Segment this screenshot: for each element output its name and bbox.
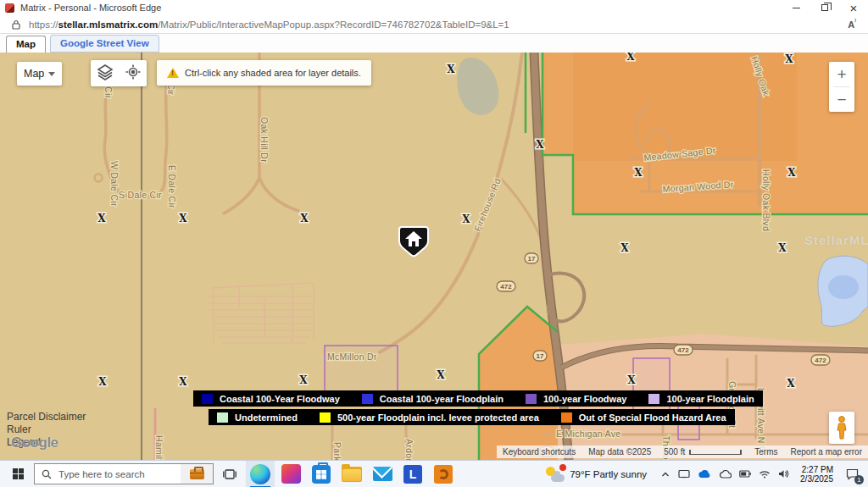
legend-item: Undetermined	[217, 412, 298, 423]
flood-zone-x-marker: X	[179, 213, 187, 224]
search-placeholder: Type here to search	[58, 469, 181, 479]
taskbar-l-app-button[interactable]: L	[398, 461, 427, 487]
flood-map: CirCirW Dale CirE Dale CirS Dale CirOak …	[0, 53, 868, 460]
volume-icon[interactable]	[778, 469, 789, 479]
flood-zone-x-marker: X	[634, 167, 643, 179]
flood-zone-x-marker: X	[300, 213, 309, 224]
restore-button[interactable]	[810, 0, 839, 15]
layers-icon[interactable]	[97, 64, 114, 84]
page-tab-bar: Map Google Street View	[0, 34, 868, 53]
search-icon	[42, 469, 52, 479]
pond-deep	[828, 275, 859, 299]
taskbar-edge-button[interactable]	[246, 461, 275, 487]
minimize-button[interactable]	[782, 0, 810, 15]
tab-map[interactable]: Map	[6, 36, 46, 53]
flood-zone-x-marker: X	[536, 139, 544, 151]
flood-zone-x-marker: X	[437, 369, 445, 381]
orange-app-icon	[434, 465, 453, 484]
url-host: stellar.mlsmatrix.com	[58, 19, 159, 30]
weather-temp: 79°F	[570, 469, 590, 479]
legend-swatch	[320, 412, 331, 423]
map-data-label: Map data ©2025	[588, 447, 651, 457]
legend-item: 500-year Floodplain incl. levee protecte…	[320, 412, 539, 423]
taskbar-m365-button[interactable]	[276, 461, 305, 487]
restore-icon	[821, 4, 828, 11]
route-shield: 472	[811, 355, 830, 365]
legend-item: 100-year Floodway	[526, 394, 626, 404]
action-center-button[interactable]: 1	[839, 461, 865, 487]
region-out-of-sfha-south[interactable]	[479, 307, 558, 460]
layer-hint-text: Ctrl-click any shaded area for layer det…	[185, 68, 361, 78]
legend-swatch	[648, 394, 659, 404]
legend-swatch	[202, 394, 213, 404]
taskbar-clock[interactable]: 2:27 PM 2/3/2025	[796, 465, 837, 484]
onedrive-icon[interactable]	[698, 470, 711, 479]
zoom-in-button[interactable]: +	[829, 62, 854, 86]
route-shield: 472	[674, 345, 693, 355]
taskbar-file-explorer-button[interactable]	[337, 461, 366, 487]
my-location-icon[interactable]	[125, 64, 141, 83]
mail-icon	[373, 467, 392, 481]
map-link-parcel-disclaimer[interactable]: Parcel Disclaimer	[7, 411, 86, 423]
title-bar: Matrix - Personal - Microsoft Edge ×	[0, 0, 868, 15]
minimize-icon	[793, 8, 800, 8]
map-type-label: Map	[24, 68, 44, 80]
read-aloud-icon[interactable]: A⁾	[843, 19, 861, 30]
property-marker[interactable]	[399, 227, 428, 256]
edge-icon	[250, 464, 270, 484]
cloud-sync-icon[interactable]	[719, 470, 732, 479]
legend-label: Coastal 100-year Floodplain	[380, 394, 504, 404]
scale-label: 500 ft	[664, 447, 685, 457]
street-label: Cir	[103, 86, 114, 99]
flood-zone-x-marker: X	[787, 167, 796, 179]
chevron-down-icon	[48, 72, 55, 76]
flood-zone-x-marker: X	[447, 64, 455, 75]
legend-swatch	[362, 394, 373, 404]
url-field[interactable]: https://stellar.mlsmatrix.com/Matrix/Pub…	[29, 19, 843, 30]
keyboard-shortcuts-link[interactable]: Keyboard shortcuts	[503, 447, 576, 457]
taskbar-orange-app-button[interactable]	[429, 461, 458, 487]
route-shield-number: 472	[677, 346, 689, 354]
taskbar-search[interactable]: Type here to search	[34, 463, 214, 484]
tab-google-street-view[interactable]: Google Street View	[50, 35, 159, 53]
flood-zone-x-marker: X	[627, 374, 636, 386]
windows-logo-icon	[13, 468, 24, 479]
window-title: Matrix - Personal - Microsoft Edge	[20, 3, 161, 13]
task-view-button[interactable]	[215, 461, 244, 487]
weather-widget[interactable]: 79°F Partly sunny	[539, 461, 654, 487]
flood-zone-x-marker: X	[778, 242, 787, 254]
map-type-button[interactable]: Map	[17, 62, 62, 86]
l-app-icon: L	[403, 465, 422, 484]
zoom-controls: + −	[829, 62, 854, 112]
legend-item: 100-year Floodplain	[648, 394, 754, 404]
legend-item: Out of Special Flood Hazard Area	[561, 412, 726, 423]
m365-icon	[281, 464, 301, 484]
taskbar-store-button[interactable]	[307, 461, 336, 487]
google-logo[interactable]: Google	[11, 434, 58, 451]
layer-controls	[91, 60, 147, 86]
close-button[interactable]: ×	[839, 0, 868, 15]
report-map-error-link[interactable]: Report a map error	[791, 447, 862, 457]
tray-chevron-up-icon[interactable]	[660, 470, 670, 479]
legend-item: Coastal 100-year Floodplain	[362, 394, 504, 404]
legend-label: Undetermined	[235, 412, 298, 423]
flood-zone-x-marker: X	[179, 376, 187, 388]
start-button[interactable]	[3, 461, 32, 487]
battery-icon[interactable]	[739, 470, 751, 478]
terms-link[interactable]: Terms	[754, 447, 777, 457]
flood-zone-x-marker: X	[785, 53, 793, 65]
zoom-out-button[interactable]: −	[829, 87, 854, 112]
scale-bar	[689, 450, 742, 455]
flood-zone-x-marker: X	[620, 242, 629, 254]
matrix-favicon	[5, 3, 14, 13]
taskbar-mail-button[interactable]	[368, 461, 397, 487]
search-highlight-button[interactable]	[181, 464, 213, 484]
flood-zone-x-marker: X	[462, 213, 470, 225]
route-shield-number: 472	[500, 283, 512, 291]
street-label: S Dale Cir	[119, 190, 162, 200]
legend-label: 500-year Floodplain incl. levee protecte…	[337, 412, 539, 423]
clock-date: 2/3/2025	[800, 474, 833, 484]
flood-zone-x-marker: X	[98, 376, 107, 388]
tray-tablet-icon[interactable]	[678, 469, 690, 479]
wifi-icon[interactable]	[759, 470, 771, 479]
